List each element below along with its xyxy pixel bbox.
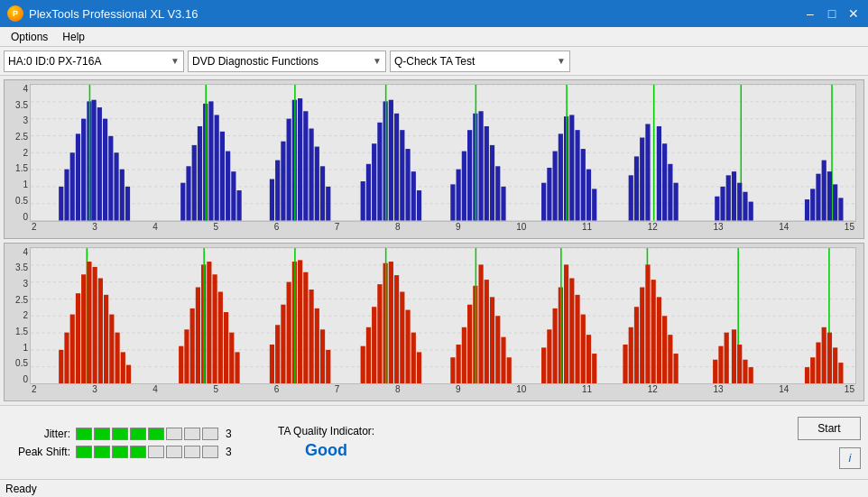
svg-rect-203 [732,329,736,383]
info-button[interactable]: i [839,447,861,469]
svg-rect-54 [394,114,399,221]
svg-rect-73 [559,133,563,220]
svg-rect-84 [645,124,650,220]
jitter-value: 3 [226,428,232,440]
svg-rect-79 [586,170,591,221]
svg-rect-21 [120,170,125,221]
svg-rect-150 [315,308,319,383]
svg-rect-55 [400,130,404,220]
svg-rect-122 [93,266,97,383]
svg-rect-56 [405,149,410,220]
svg-rect-125 [109,314,114,383]
svg-rect-128 [126,364,131,383]
test-dropdown[interactable]: Q-Check TA Test ▼ [390,51,570,72]
svg-rect-162 [405,309,410,383]
svg-rect-194 [651,280,656,383]
svg-rect-41 [298,98,302,220]
svg-rect-33 [231,171,235,220]
svg-rect-131 [190,308,195,383]
svg-rect-190 [634,307,639,383]
svg-rect-117 [70,314,75,383]
svg-rect-37 [281,142,285,221]
jitter-seg-4 [130,428,146,440]
svg-rect-132 [196,287,200,383]
svg-rect-173 [490,297,494,383]
peakshift-label: Peak Shift: [7,446,70,458]
main-content: 4 3.5 3 2.5 2 1.5 1 0.5 0 [0,76,868,405]
drive-dropdown[interactable]: HA:0 ID:0 PX-716A ▼ [4,51,184,72]
svg-rect-91 [720,187,725,221]
svg-rect-66 [485,126,489,221]
jitter-seg-5 [148,428,164,440]
svg-rect-178 [547,329,551,383]
svg-rect-76 [569,115,574,220]
maximize-button[interactable]: □ [825,6,839,21]
ta-quality-panel: TA Quality Indicator: Good [278,425,374,460]
svg-rect-29 [208,101,213,220]
svg-rect-30 [215,115,219,220]
menu-help[interactable]: Help [55,29,92,45]
peakshift-value: 3 [226,446,232,458]
svg-rect-80 [592,189,596,220]
svg-rect-67 [490,145,494,221]
svg-rect-135 [207,262,211,383]
bottom-chart-svg [31,248,855,384]
svg-rect-147 [298,260,302,383]
svg-rect-95 [737,183,742,221]
jitter-label: Jitter: [7,428,70,440]
ps-seg-2 [94,446,110,458]
svg-rect-206 [749,367,753,383]
minimize-button[interactable]: – [803,6,817,21]
menu-options[interactable]: Options [4,29,55,45]
app-icon: P [7,5,23,22]
svg-rect-204 [737,345,742,383]
svg-rect-89 [674,183,679,221]
svg-rect-151 [320,329,325,383]
svg-rect-115 [59,349,63,383]
svg-rect-53 [389,100,393,221]
bottom-chart-area [30,247,856,385]
svg-rect-179 [553,308,558,383]
svg-rect-176 [507,357,512,383]
peakshift-row: Peak Shift: 3 [7,446,242,458]
svg-rect-71 [547,168,551,221]
svg-rect-50 [377,123,382,221]
svg-rect-25 [192,145,197,221]
svg-rect-61 [462,152,466,221]
svg-rect-136 [212,274,217,383]
svg-rect-213 [833,347,837,383]
close-button[interactable]: ✕ [846,6,861,21]
bottom-chart-x-axis: 2 3 4 5 6 7 8 9 10 11 12 13 14 15 [30,384,856,399]
svg-rect-153 [361,345,365,383]
svg-rect-38 [287,119,291,221]
drive-dropdown-value: HA:0 ID:0 PX-716A [8,55,101,68]
svg-rect-172 [485,280,489,383]
svg-rect-193 [645,264,650,383]
svg-rect-177 [541,347,546,383]
svg-rect-88 [668,164,672,221]
svg-rect-159 [389,262,393,383]
svg-rect-9 [59,187,63,221]
start-button[interactable]: Start [798,417,861,440]
svg-rect-92 [726,175,731,220]
svg-rect-90 [715,197,719,221]
svg-rect-161 [400,291,404,383]
svg-rect-165 [450,357,455,383]
svg-rect-200 [718,345,723,383]
ps-seg-7 [184,446,200,458]
svg-rect-10 [64,170,69,221]
svg-rect-141 [270,345,274,383]
svg-rect-210 [822,327,826,383]
top-chart-area [30,84,856,222]
svg-rect-65 [478,111,483,220]
svg-rect-87 [662,143,667,220]
function-dropdown[interactable]: DVD Diagnostic Functions ▼ [188,51,386,72]
svg-rect-174 [495,316,500,383]
svg-rect-185 [581,314,586,383]
svg-rect-59 [450,184,455,220]
svg-rect-16 [92,100,97,221]
svg-rect-196 [662,316,667,383]
svg-rect-69 [501,187,505,221]
title-bar-controls: – □ ✕ [803,6,861,21]
svg-rect-214 [838,363,843,383]
